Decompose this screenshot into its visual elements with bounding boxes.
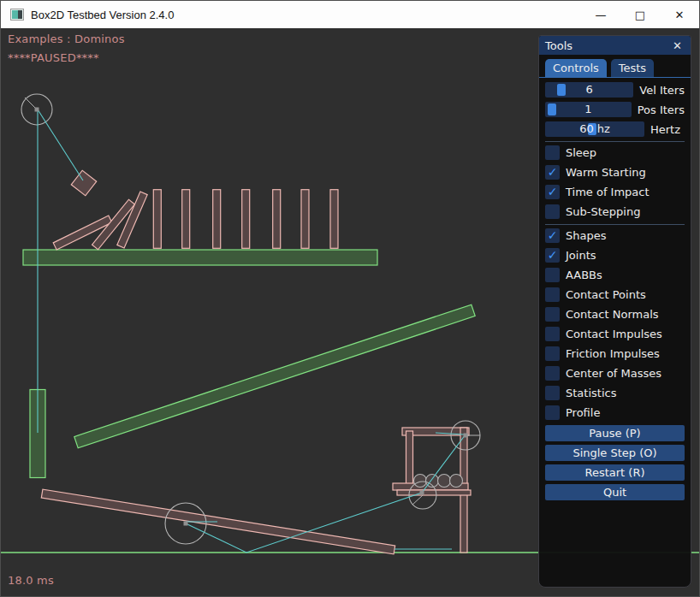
checkbox-contact-normals[interactable]: Contact Normals — [545, 307, 685, 322]
checkbox-aabbs[interactable]: AABBs — [545, 268, 685, 282]
checkbox-unchecked[interactable] — [545, 268, 560, 282]
checkbox-center-of-masses[interactable]: Center of Masses — [545, 366, 685, 381]
ball — [450, 475, 463, 488]
slider-value: 1 — [545, 102, 632, 117]
checkbox-label: Friction Impulses — [566, 347, 660, 360]
checkbox-label: Statistics — [566, 387, 616, 399]
checkbox-time-of-impact[interactable]: ✓Time of Impact — [545, 185, 685, 199]
slider-label: Hertz — [650, 123, 680, 136]
slider-value: 60 hz — [545, 121, 644, 137]
checkbox-label: Center of Masses — [566, 367, 661, 380]
checkbox-label: Contact Normals — [566, 308, 659, 321]
checkbox-unchecked[interactable] — [545, 204, 560, 219]
checkbox-unchecked[interactable] — [545, 327, 560, 341]
checkbox-label: Profile — [566, 406, 600, 419]
ball — [438, 475, 451, 488]
checkbox-checked[interactable]: ✓ — [545, 165, 560, 180]
pause-p-button[interactable]: Pause (P) — [545, 425, 685, 441]
checkbox-label: Warm Starting — [566, 166, 646, 179]
panel-body: 6Vel Iters1Pos Iters60 hzHertz Sleep✓War… — [539, 78, 691, 500]
joint-anchor — [420, 491, 424, 495]
frame-time-label: 18.0 ms — [8, 574, 54, 587]
slider-row-vel-iters: 6Vel Iters — [545, 82, 685, 98]
joint-line — [38, 109, 83, 180]
checkbox-label: Joints — [566, 249, 596, 262]
checkbox-checked[interactable]: ✓ — [545, 248, 560, 263]
checkbox-warm-starting[interactable]: ✓Warm Starting — [545, 165, 685, 180]
button-section: Pause (P)Single Step (O)Restart (R)Quit — [545, 425, 685, 500]
close-button[interactable]: ✕ — [660, 1, 699, 28]
separator — [545, 224, 685, 225]
checkbox-unchecked[interactable] — [545, 366, 560, 381]
example-label: Examples : Dominos — [8, 33, 125, 45]
checkbox-joints[interactable]: ✓Joints — [545, 248, 685, 263]
tools-panel-titlebar[interactable]: Tools ✕ — [539, 36, 691, 55]
checkbox-label: Sub-Stepping — [566, 205, 640, 218]
tab-controls[interactable]: Controls — [545, 59, 607, 77]
tools-panel-title: Tools — [545, 39, 572, 52]
app-window: Box2D Testbed Version 2.4.0 — □ ✕ Exampl… — [0, 0, 700, 597]
app-icon — [10, 9, 24, 21]
tools-panel: Tools ✕ ControlsTests 6Vel Iters1Pos Ite… — [538, 35, 691, 588]
checkbox-label: Shapes — [566, 229, 606, 242]
paused-label: ****PAUSED**** — [8, 51, 99, 64]
maximize-button[interactable]: □ — [620, 1, 660, 28]
checkbox-statistics[interactable]: Statistics — [545, 386, 685, 400]
checkbox-label: Contact Points — [566, 288, 646, 301]
pos-iters-slider[interactable]: 1 — [545, 102, 632, 117]
draw-checkbox-group: ✓Shapes✓JointsAABBsContact PointsContact… — [545, 228, 685, 420]
quit-button[interactable]: Quit — [545, 484, 685, 500]
checkbox-label: Time of Impact — [566, 186, 650, 198]
restart-r-button[interactable]: Restart (R) — [545, 464, 685, 481]
titlebar: Box2D Testbed Version 2.4.0 — □ ✕ — [1, 1, 699, 28]
checkbox-unchecked[interactable] — [545, 287, 560, 302]
slider-label: Vel Iters — [639, 84, 685, 97]
vel-iters-slider[interactable]: 6 — [545, 82, 633, 98]
checkbox-unchecked[interactable] — [545, 405, 560, 420]
checkbox-sleep[interactable]: Sleep — [545, 145, 685, 160]
checkbox-checked[interactable]: ✓ — [545, 185, 560, 199]
joint-anchor — [184, 522, 188, 526]
joint-anchor — [35, 108, 39, 112]
checkbox-sub-stepping[interactable]: Sub-Stepping — [545, 204, 685, 219]
checkbox-label: Sleep — [566, 146, 596, 159]
simulation-canvas[interactable]: Examples : Dominos ****PAUSED**** 18.0 m… — [1, 28, 700, 597]
checkbox-unchecked[interactable] — [545, 307, 560, 322]
slider-row-hertz: 60 hzHertz — [545, 121, 685, 137]
separator — [545, 141, 685, 142]
checkbox-contact-impulses[interactable]: Contact Impulses — [545, 327, 685, 341]
checkbox-label: Contact Impulses — [566, 328, 662, 340]
slider-value: 6 — [545, 82, 633, 98]
checkbox-unchecked[interactable] — [545, 346, 560, 361]
checkbox-profile[interactable]: Profile — [545, 405, 685, 420]
checkbox-label: AABBs — [566, 269, 602, 281]
checkbox-checked[interactable]: ✓ — [545, 228, 560, 243]
window-controls: — □ ✕ — [581, 1, 699, 28]
panel-close-icon[interactable]: ✕ — [670, 39, 685, 52]
tab-tests[interactable]: Tests — [611, 59, 654, 77]
ball — [414, 475, 427, 488]
slider-row-pos-iters: 1Pos Iters — [545, 102, 685, 117]
minimize-button[interactable]: — — [581, 1, 620, 28]
checkbox-unchecked[interactable] — [545, 145, 560, 160]
slider-section: 6Vel Iters1Pos Iters60 hzHertz — [545, 82, 685, 137]
checkbox-contact-points[interactable]: Contact Points — [545, 287, 685, 302]
checkbox-unchecked[interactable] — [545, 386, 560, 400]
slider-label: Pos Iters — [638, 103, 685, 116]
joint-anchor — [464, 434, 468, 438]
checkbox-shapes[interactable]: ✓Shapes — [545, 228, 685, 243]
window-title: Box2D Testbed Version 2.4.0 — [31, 9, 174, 21]
solver-checkbox-group: Sleep✓Warm Starting✓Time of ImpactSub-St… — [545, 145, 685, 219]
tab-bar: ControlsTests — [539, 55, 691, 78]
checkbox-friction-impulses[interactable]: Friction Impulses — [545, 346, 685, 361]
hertz-slider[interactable]: 60 hz — [545, 121, 644, 137]
single-step-o-button[interactable]: Single Step (O) — [545, 445, 685, 461]
